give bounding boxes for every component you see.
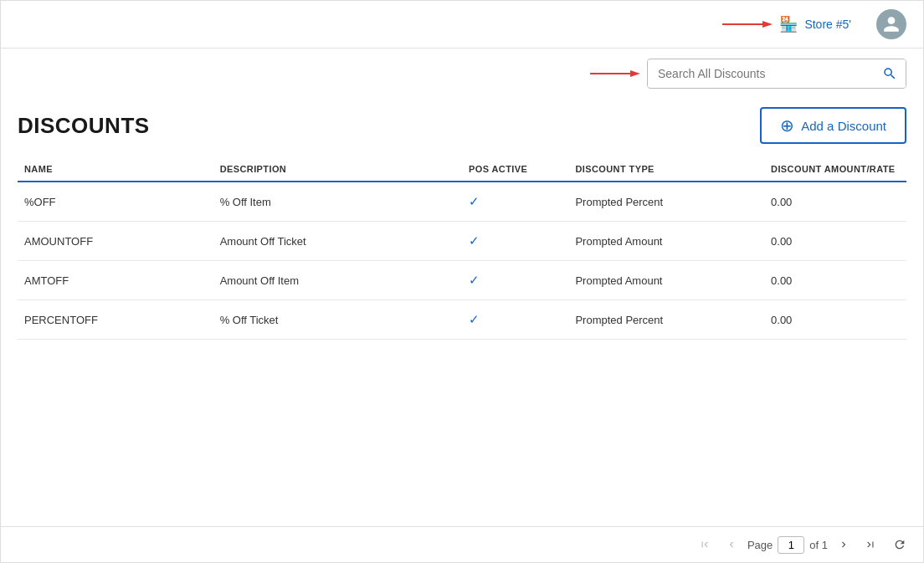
table-row: AMOUNTOFF Amount Off Ticket ✓ Prompted A… xyxy=(18,222,906,261)
avatar[interactable] xyxy=(876,9,906,39)
col-header-amount-rate: DISCOUNT AMOUNT/RATE xyxy=(764,156,906,182)
cell-description-0: % Off Item xyxy=(213,182,462,222)
search-wrapper xyxy=(647,59,906,89)
cell-description-2: Amount Off Item xyxy=(213,261,462,300)
cell-amount-3: 0.00 xyxy=(764,300,906,340)
add-discount-button[interactable]: ⊕ Add a Discount xyxy=(760,107,906,144)
cell-description-1: Amount Off Ticket xyxy=(213,222,462,261)
cell-discount-type-2: Prompted Amount xyxy=(568,261,764,300)
store-arrow-icon xyxy=(722,18,773,31)
cell-name-2: AMTOFF xyxy=(18,261,213,300)
store-name-label: Store #5' xyxy=(804,18,851,31)
cell-name-3: PERCENTOFF xyxy=(18,300,213,340)
search-arrow-icon xyxy=(590,67,640,80)
cell-amount-1: 0.00 xyxy=(764,222,906,261)
cell-pos-active-2: ✓ xyxy=(462,261,568,300)
cell-pos-active-1: ✓ xyxy=(462,222,568,261)
search-button[interactable] xyxy=(874,59,906,88)
of-label: of 1 xyxy=(809,539,828,551)
table-container: NAME DESCRIPTION POS ACTIVE DISCOUNT TYP… xyxy=(1,156,923,526)
pagination-footer: Page of 1 xyxy=(1,526,923,562)
cell-discount-type-0: Prompted Percent xyxy=(568,182,764,222)
cell-amount-0: 0.00 xyxy=(764,182,906,222)
first-page-button[interactable] xyxy=(694,535,716,554)
svg-marker-3 xyxy=(630,70,640,77)
svg-marker-1 xyxy=(762,21,773,28)
last-page-button[interactable] xyxy=(860,535,881,554)
store-building-icon: 🏪 xyxy=(779,15,798,33)
header: 🏪 Store #5' xyxy=(1,1,923,49)
page-title: DISCOUNTS xyxy=(18,113,150,139)
table-header-row: NAME DESCRIPTION POS ACTIVE DISCOUNT TYP… xyxy=(18,156,906,182)
title-row: DISCOUNTS ⊕ Add a Discount xyxy=(1,99,923,156)
search-area xyxy=(1,49,923,99)
cell-name-0: %OFF xyxy=(18,182,213,222)
page-label: Page xyxy=(747,539,773,551)
cell-pos-active-3: ✓ xyxy=(462,300,568,340)
page-number-input[interactable] xyxy=(778,536,804,554)
col-header-discount-type: DISCOUNT TYPE xyxy=(568,156,764,182)
search-input[interactable] xyxy=(648,60,874,87)
store-indicator: 🏪 Store #5' xyxy=(722,15,851,33)
cell-discount-type-1: Prompted Amount xyxy=(568,222,764,261)
col-header-description: DESCRIPTION xyxy=(213,156,462,182)
refresh-button[interactable] xyxy=(893,538,906,551)
page-container: 🏪 Store #5' DISCOUNTS xyxy=(0,0,924,563)
cell-amount-2: 0.00 xyxy=(764,261,906,300)
cell-discount-type-3: Prompted Percent xyxy=(568,300,764,340)
table-row: AMTOFF Amount Off Item ✓ Prompted Amount… xyxy=(18,261,906,300)
cell-pos-active-0: ✓ xyxy=(462,182,568,222)
table-row: PERCENTOFF % Off Ticket ✓ Prompted Perce… xyxy=(18,300,906,340)
col-header-pos-active: POS ACTIVE xyxy=(462,156,568,182)
col-header-name: NAME xyxy=(18,156,213,182)
cell-name-1: AMOUNTOFF xyxy=(18,222,213,261)
plus-icon: ⊕ xyxy=(780,117,794,134)
cell-description-3: % Off Ticket xyxy=(213,300,462,340)
discounts-table: NAME DESCRIPTION POS ACTIVE DISCOUNT TYP… xyxy=(18,156,906,340)
prev-page-button[interactable] xyxy=(721,535,742,554)
next-page-button[interactable] xyxy=(833,535,855,554)
add-button-label: Add a Discount xyxy=(801,119,886,133)
table-row: %OFF % Off Item ✓ Prompted Percent 0.00 xyxy=(18,182,906,222)
